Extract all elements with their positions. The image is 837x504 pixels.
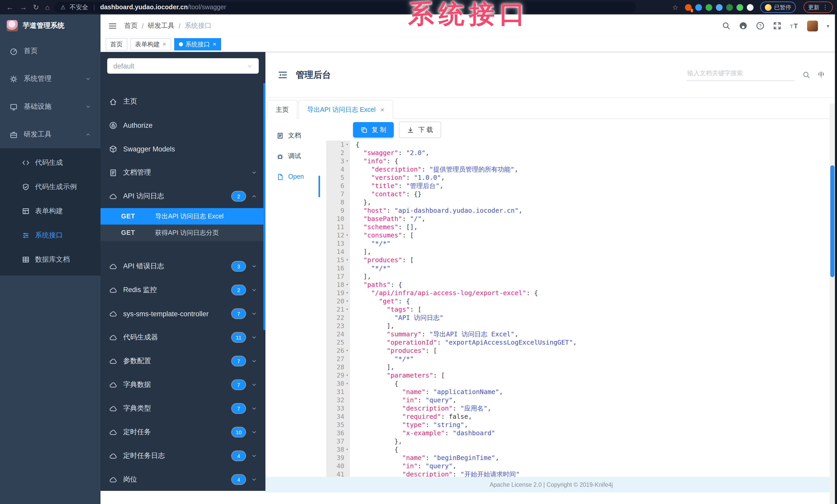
editor-code[interactable]: { "swagger": "2.0", "info": { "descripti… <box>350 141 837 477</box>
update-button[interactable]: 更新 ⋮ <box>803 2 833 13</box>
side-tab-文档[interactable]: 文档 <box>265 125 326 146</box>
fold-arrow-icon[interactable]: ▾ <box>344 305 350 314</box>
help-icon[interactable]: ? <box>756 22 764 30</box>
copy-button[interactable]: 复 制 <box>353 122 394 137</box>
sidebar-item-表单构建[interactable]: 表单构建 <box>0 199 101 223</box>
fold-arrow-icon[interactable]: ▾ <box>344 289 350 297</box>
side-tab-Open[interactable]: Open <box>265 166 326 187</box>
code-line: { <box>356 446 837 454</box>
doc-tab-导出API 访问日志 Excel[interactable]: 导出API 访问日志 Excel✕ <box>298 100 393 119</box>
extension-blue-grid-icon[interactable] <box>716 4 723 11</box>
sidebar-item-基础设施[interactable]: 基础设施 <box>0 93 101 120</box>
fold-arrow-icon[interactable]: ▾ <box>344 256 350 264</box>
close-icon[interactable]: ✕ <box>213 42 216 47</box>
api-group-文档管理[interactable]: 文档管理 <box>101 161 265 184</box>
tag-item[interactable]: 首页 <box>106 38 127 51</box>
sidebar-item-代码生成示例[interactable]: 代码生成示例 <box>0 174 101 199</box>
sidebar-item-系统接口[interactable]: 系统接口 <box>0 223 101 247</box>
github-icon[interactable] <box>739 22 747 30</box>
extension-green-leaf-icon[interactable] <box>736 4 743 11</box>
api-group-主页[interactable]: 主页 <box>101 90 265 113</box>
doc-search-input[interactable]: 输入文档关键字搜索 <box>686 69 794 81</box>
search-icon[interactable] <box>802 71 810 78</box>
forward-icon[interactable]: → <box>20 3 27 11</box>
api-group-定时任务日志[interactable]: 定时任务日志4 <box>101 444 265 468</box>
window-scrollbar[interactable] <box>830 104 835 504</box>
api-group-Swagger Models[interactable]: Swagger Models <box>101 137 265 161</box>
svg-text:?: ? <box>759 23 761 28</box>
back-icon[interactable]: ← <box>6 3 13 11</box>
endpoint-导出API 访问日志 Excel[interactable]: GET导出API 访问日志 Excel <box>101 208 265 225</box>
code-editor[interactable]: 1▾23▾456789101112▾131415▾161718▾19▾20▾21… <box>326 141 837 477</box>
close-icon[interactable]: ✕ <box>162 42 166 47</box>
code-line: "operationId": "exportApiAccessLogExcelU… <box>356 338 837 347</box>
api-group-API 访问日志[interactable]: API 访问日志2 <box>101 184 265 208</box>
api-group-代码生成器[interactable]: 代码生成器11 <box>101 325 265 349</box>
api-group-sys-sms-template-controller[interactable]: sys-sms-template-controller7 <box>101 302 265 325</box>
fold-arrow-icon[interactable]: ▾ <box>344 347 350 355</box>
extension-orange-icon[interactable]: 1 <box>685 4 692 11</box>
breadcrumb-item[interactable]: 研发工具 <box>148 21 175 31</box>
line-number: 19 <box>337 289 344 297</box>
fontsize-icon[interactable]: TT <box>790 22 798 30</box>
collapse-sidebar-icon[interactable] <box>278 70 288 79</box>
security-label[interactable]: 不安全 <box>70 3 88 12</box>
api-group-API 错误日志[interactable]: API 错误日志3 <box>101 255 265 278</box>
api-nav-scrollbar[interactable] <box>263 83 265 330</box>
api-group-定时任务[interactable]: 定时任务10 <box>101 420 265 444</box>
sidebar-item-系统管理[interactable]: 系统管理 <box>0 65 101 93</box>
expand-icon[interactable] <box>773 22 781 30</box>
fold-arrow-icon[interactable]: ▾ <box>344 281 350 289</box>
address-bar[interactable]: ⚠ 不安全 | dashboard.yudao.iocoder.cn/tool/… <box>54 2 636 13</box>
fold-arrow-icon[interactable]: ▾ <box>344 379 350 388</box>
sidebar-item-数据库文档[interactable]: 数据库文档 <box>0 247 101 272</box>
bookmark-star-icon[interactable]: ☆ <box>672 3 678 11</box>
fold-arrow-icon[interactable]: ▾ <box>344 231 350 240</box>
breadcrumb-item[interactable]: 首页 <box>124 21 138 31</box>
sidebar-item-代码生成[interactable]: 代码生成 <box>0 150 101 174</box>
home-icon[interactable]: ⌂ <box>45 3 50 11</box>
code-line: }, <box>356 198 837 207</box>
group-select[interactable]: default <box>107 58 259 74</box>
api-group-Redis 监控[interactable]: Redis 监控2 <box>101 278 265 302</box>
api-group-字典数据[interactable]: 字典数据7 <box>101 373 265 397</box>
sidebar-item-研发工具[interactable]: 研发工具 <box>0 120 101 148</box>
extension-white-paw-icon[interactable] <box>747 4 753 11</box>
api-group-Authorize[interactable]: Authorize <box>101 113 265 137</box>
side-tab-调试[interactable]: 调试 <box>265 146 326 166</box>
api-group-字典类型[interactable]: 字典类型7 <box>101 397 265 420</box>
download-button[interactable]: 下 载 <box>399 122 441 138</box>
window-scrollbar-thumb[interactable] <box>830 165 834 277</box>
line-number: 7 <box>340 190 344 198</box>
fold-arrow-icon[interactable]: ▾ <box>344 371 350 379</box>
extension-green-circle-icon[interactable] <box>706 4 712 11</box>
extension-blue-drop-icon[interactable] <box>695 4 702 11</box>
tag-active[interactable]: 系统接口✕ <box>174 38 221 51</box>
app-logo[interactable]: 芋道管理系统 <box>0 14 101 37</box>
paused-pill[interactable]: 已暂停 <box>760 2 796 13</box>
language-toggle[interactable]: 中 <box>818 70 825 79</box>
browser-menu-icon[interactable]: ⋮ <box>822 4 828 11</box>
search-icon[interactable] <box>722 22 730 30</box>
doc-tab-主页[interactable]: 主页 <box>267 100 297 119</box>
fold-arrow-icon[interactable]: ▾ <box>344 446 350 454</box>
api-group-参数配置[interactable]: 参数配置7 <box>101 349 265 373</box>
caret-down-icon[interactable]: ▾ <box>827 23 829 29</box>
collapse-icon[interactable] <box>278 70 288 79</box>
fold-arrow-icon[interactable]: ▾ <box>344 157 350 165</box>
page-url[interactable]: dashboard.yudao.iocoder.cn/tool/swagger <box>100 4 226 11</box>
reload-icon[interactable]: ↻ <box>33 3 39 11</box>
hamburger-icon[interactable] <box>108 21 117 30</box>
fold-arrow-icon[interactable]: ▾ <box>344 297 350 305</box>
sidebar-item-首页[interactable]: 首页 <box>0 37 101 65</box>
close-icon[interactable]: ✕ <box>380 107 385 113</box>
api-group-岗位[interactable]: 岗位4 <box>101 468 265 491</box>
endpoint-获得API 访问日志分页[interactable]: GET获得API 访问日志分页 <box>101 225 265 241</box>
fold-arrow-icon[interactable]: ▾ <box>344 141 350 149</box>
tag-item[interactable]: 表单构建✕ <box>130 38 171 51</box>
doc-body: 文档调试Open 复 制 下 载 <box>265 119 837 477</box>
hamburger-icon[interactable] <box>108 21 117 30</box>
extension-green-6n-icon[interactable] <box>726 4 733 11</box>
doc-search-icon[interactable] <box>802 71 810 78</box>
user-avatar[interactable] <box>807 20 818 31</box>
